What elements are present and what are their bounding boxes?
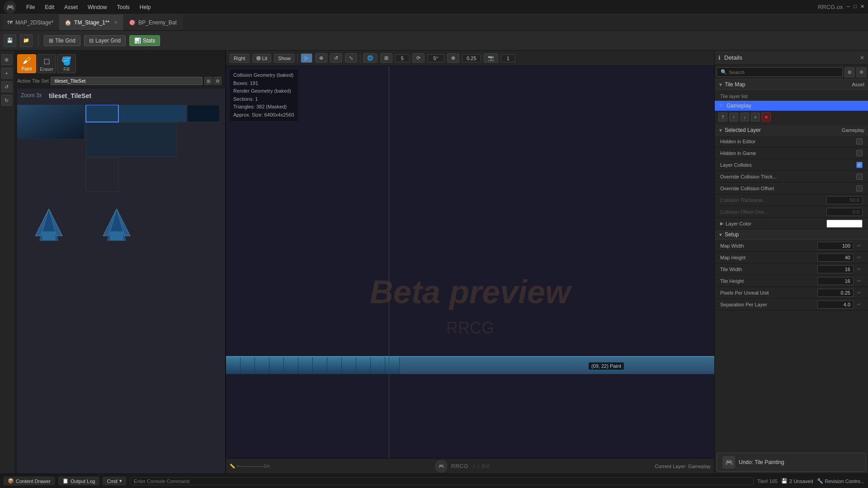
world-btn[interactable]: 🌐 <box>363 53 377 63</box>
angle-input[interactable] <box>427 54 444 62</box>
lit-circle-icon <box>256 56 261 61</box>
layer-color-arrow-icon: ▶ <box>720 221 724 226</box>
layer-color-swatch[interactable] <box>826 220 863 228</box>
map-height-input[interactable] <box>817 253 854 262</box>
minimize-btn[interactable]: ─ <box>847 4 850 10</box>
console-input[interactable] <box>130 477 754 485</box>
tab-map2d[interactable]: 🗺 MAP_2DStage* <box>2 14 59 30</box>
separation-per-layer-reset-btn[interactable]: ↩ <box>855 301 863 308</box>
layer-collides-checkbox[interactable] <box>856 162 863 168</box>
maximize-btn[interactable]: □ <box>854 4 857 10</box>
map-width-label: Map Width <box>720 243 817 249</box>
cmd-btn[interactable]: Cmd ▾ <box>103 477 126 485</box>
layer-move-top-btn[interactable]: ⤒ <box>718 113 727 122</box>
menu-asset[interactable]: Asset <box>60 2 82 12</box>
bp-enemy-icon: 🎯 <box>129 19 136 26</box>
svg-rect-5 <box>119 105 186 122</box>
refresh-btn-2[interactable]: ↻ <box>1 95 12 106</box>
pixels-per-unit-reset-btn[interactable]: ↩ <box>855 289 863 296</box>
select-tool-btn[interactable]: ▷ <box>301 53 312 63</box>
viewport-content[interactable]: Collision Geometry (baked) Boxes: 191 Re… <box>226 66 714 474</box>
map-height-reset-btn[interactable]: ↩ <box>855 254 863 261</box>
show-btn[interactable]: Show <box>274 54 295 63</box>
rotate-btn[interactable]: ↺ <box>330 53 342 63</box>
separation-per-layer-input[interactable] <box>817 300 854 309</box>
layer-add-btn[interactable]: + <box>751 113 760 122</box>
move-tool-btn[interactable]: ⊕ <box>1 54 12 65</box>
layer-delete-btn[interactable]: ✕ <box>762 113 771 122</box>
grid-view-btn[interactable]: ⊞ <box>844 67 854 77</box>
hidden-in-game-checkbox[interactable] <box>856 150 863 156</box>
angle-btn[interactable]: ⟳ <box>412 53 425 63</box>
content-drawer-btn[interactable]: 📦 Content Drawer <box>4 477 55 485</box>
selected-layer-section-header[interactable]: ▼ Selected Layer Gameplay <box>715 125 868 136</box>
details-content[interactable]: ▼ Tile Map Asset Tile layer list 👁 Gamep… <box>715 80 868 451</box>
folder-btn[interactable]: 📁 <box>20 34 33 47</box>
override-collision-offset-checkbox[interactable] <box>856 185 863 192</box>
scale-toggle-btn[interactable]: ⊗ <box>447 53 459 63</box>
collision-offset-input[interactable] <box>826 208 863 216</box>
menu-file[interactable]: File <box>22 2 39 12</box>
eraser-icon: ◻ <box>43 56 50 66</box>
collision-thickness-value <box>826 196 863 204</box>
save-btn[interactable]: 💾 <box>4 34 16 47</box>
collision-thickness-input[interactable] <box>826 196 863 204</box>
output-log-icon: 📋 <box>62 478 69 484</box>
layer-move-down-btn[interactable]: ↓ <box>740 113 749 122</box>
map-width-input[interactable] <box>817 242 854 250</box>
menu-edit[interactable]: Edit <box>40 2 59 12</box>
stats-label: Stats <box>143 38 155 44</box>
tab-tm-stage[interactable]: 🏠 TM_Stage_1** ✕ <box>59 14 123 30</box>
search-input[interactable] <box>729 70 839 75</box>
map-width-reset-btn[interactable]: ↩ <box>855 242 863 249</box>
tile-width-reset-btn[interactable]: ↩ <box>855 266 863 273</box>
search-box[interactable]: 🔍 <box>717 67 843 77</box>
tile-height-reset-btn[interactable]: ↩ <box>855 277 863 285</box>
cam-num-input[interactable] <box>501 54 515 62</box>
camera-btn[interactable]: 📷 <box>484 53 498 63</box>
right-btn[interactable]: Right <box>230 54 250 63</box>
paint-tool-btn[interactable]: 🖌 Paint <box>17 54 36 73</box>
tile-grid-btn[interactable]: ⊞ Tile Grid <box>44 35 80 46</box>
tileset-canvas-area[interactable]: Zoom 3x tileset_TileSet <box>17 89 225 474</box>
snap-btn[interactable]: ⊞ <box>380 53 392 63</box>
grid-num-input[interactable] <box>395 54 410 62</box>
hidden-in-editor-checkbox[interactable] <box>856 138 863 145</box>
map-height-row: Map Height ↩ <box>715 252 868 263</box>
menu-tools[interactable]: Tools <box>113 2 134 12</box>
gameplay-layer-item[interactable]: 👁 Gameplay <box>715 101 868 111</box>
tile-width-input[interactable] <box>817 265 854 273</box>
close-btn[interactable]: ✕ <box>860 4 864 10</box>
tab-bp-enemy[interactable]: 🎯 BP_Enemy_Bat <box>123 14 183 30</box>
layer-grid-btn[interactable]: ⊟ Layer Grid <box>84 35 126 46</box>
settings-btn[interactable]: ⚙ <box>856 67 866 77</box>
tile-canvas-svg[interactable] <box>17 105 225 474</box>
layer-color-swatch-container <box>826 220 863 228</box>
refresh-btn-1[interactable]: ↺ <box>1 81 12 92</box>
vp-sep-1 <box>297 54 298 63</box>
tab-close-btn[interactable]: ✕ <box>114 20 118 25</box>
tileset-grid-btn[interactable]: ⊞ <box>204 77 212 85</box>
pixels-per-unit-input[interactable] <box>817 289 854 297</box>
scale-input[interactable] <box>462 54 481 62</box>
lit-btn[interactable]: Lit <box>252 54 272 63</box>
stats-btn[interactable]: 📊 Stats <box>129 35 160 46</box>
tileset-settings-btn[interactable]: ⚙ <box>213 77 222 85</box>
scale-btn[interactable]: ⤡ <box>345 53 357 63</box>
setup-section-header[interactable]: ▼ Setup <box>715 230 868 240</box>
setup-arrow-icon: ▼ <box>718 232 723 237</box>
eraser-tool-btn[interactable]: ◻ Eraser <box>37 54 56 73</box>
add-tool-btn[interactable]: + <box>1 68 12 79</box>
search-icon: 🔍 <box>721 69 727 75</box>
move-btn[interactable]: ⊕ <box>315 53 327 63</box>
fill-label: Fill <box>64 67 70 72</box>
menu-window[interactable]: Window <box>83 2 112 12</box>
output-log-btn[interactable]: 📋 Output Log <box>58 477 99 485</box>
tile-map-section-header[interactable]: ▼ Tile Map Asset <box>715 80 868 90</box>
fill-tool-btn[interactable]: 🪣 Fill <box>57 54 76 73</box>
layer-move-up-btn[interactable]: ↑ <box>729 113 738 122</box>
menu-help[interactable]: Help <box>135 2 156 12</box>
tile-height-input[interactable] <box>817 277 854 285</box>
details-close-btn[interactable]: ✕ <box>860 55 864 61</box>
override-collision-thick-checkbox[interactable] <box>856 174 863 180</box>
